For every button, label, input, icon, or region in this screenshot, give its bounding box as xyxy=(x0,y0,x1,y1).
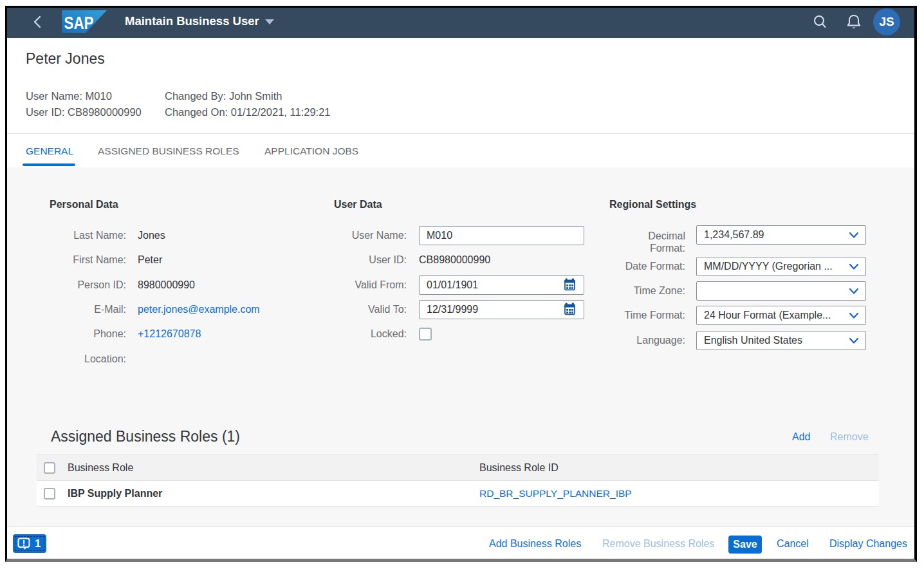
svg-text:SAP: SAP xyxy=(64,13,94,33)
